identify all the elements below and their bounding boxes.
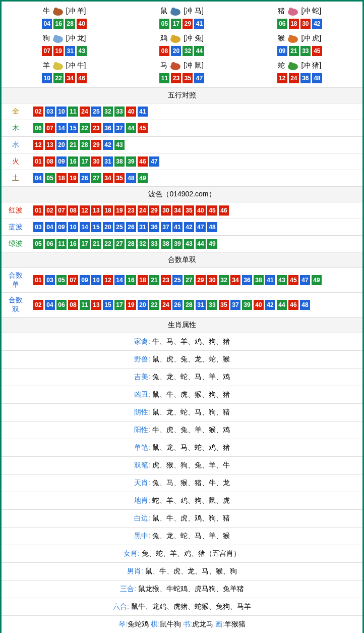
number-badge: 45 bbox=[288, 275, 298, 285]
number-badge: 08 bbox=[159, 46, 169, 56]
number-badge: 16 bbox=[53, 19, 64, 29]
number-badge: 44 bbox=[196, 239, 206, 249]
number-badge: 35 bbox=[184, 205, 194, 216]
number-badge: 25 bbox=[91, 107, 101, 117]
number-badge: 04 bbox=[33, 173, 43, 183]
footer-value: 虎龙马 bbox=[192, 620, 215, 628]
row-numbers: 1213202128294243 bbox=[29, 137, 362, 153]
number-badge: 07 bbox=[68, 275, 78, 285]
number-badge: 35 bbox=[219, 300, 229, 310]
attr-label: 黑中: bbox=[134, 532, 150, 540]
footer-row: 琴:兔蛇鸡 棋:鼠牛狗 书:虎龙马 画:羊猴猪 bbox=[2, 615, 362, 633]
number-badge: 06 bbox=[45, 239, 55, 249]
footer-value: 羊猴猪 bbox=[224, 620, 246, 628]
number-badge: 40 bbox=[126, 107, 136, 117]
attr-value: 鼠、牛、虎、鸡、狗、猪 bbox=[150, 514, 230, 522]
svg-point-17 bbox=[289, 62, 293, 66]
number-badge: 21 bbox=[149, 275, 159, 285]
number-badge: 37 bbox=[114, 123, 125, 133]
number-badge: 03 bbox=[45, 107, 55, 117]
attr-value: 鼠、龙、马、蛇、鸡、猪 bbox=[150, 443, 230, 451]
attr-label: 家禽: bbox=[134, 337, 150, 345]
svg-point-9 bbox=[171, 35, 175, 39]
attr-row: 六合: 鼠牛、龙鸡、虎猪、蛇猴、兔狗、马羊 bbox=[2, 598, 362, 615]
number-badge: 42 bbox=[103, 140, 113, 150]
number-badge: 47 bbox=[196, 222, 206, 232]
attr-row: 女肖: 兔、蛇、羊、鸡、猪（五宫肖） bbox=[2, 545, 362, 562]
number-badge: 49 bbox=[207, 239, 217, 249]
attr-label: 凶丑: bbox=[134, 390, 150, 398]
row-numbers: 0103050709101214161821232527293032343638… bbox=[29, 268, 362, 293]
footer-value: 兔蛇鸡 bbox=[128, 620, 151, 628]
footer-label: 琴: bbox=[118, 620, 128, 628]
zodiac-numbers: 10223446 bbox=[8, 73, 121, 83]
number-badge: 09 bbox=[56, 222, 67, 232]
number-badge: 43 bbox=[277, 275, 287, 285]
number-badge: 31 bbox=[103, 156, 113, 167]
zodiac-cell: 蛇[冲 猪]12243648 bbox=[241, 58, 358, 85]
attr-row: 凶丑: 鼠、牛、虎、猴、狗、猪 bbox=[2, 386, 362, 403]
number-badge: 29 bbox=[183, 19, 193, 29]
number-badge: 43 bbox=[184, 239, 194, 249]
row-label: 土 bbox=[2, 170, 29, 187]
attr-row: 阴性: 鼠、龙、蛇、马、狗、猪 bbox=[2, 403, 362, 421]
number-badge: 22 bbox=[53, 73, 64, 83]
number-badge: 26 bbox=[172, 300, 183, 310]
number-badge: 18 bbox=[289, 19, 299, 29]
zodiac-numbers: 09213345 bbox=[243, 46, 356, 56]
number-badge: 23 bbox=[161, 275, 171, 285]
number-badge: 02 bbox=[33, 300, 43, 310]
number-badge: 04 bbox=[45, 222, 55, 232]
attr-value: 鼠、虎、兔、龙、蛇、猴 bbox=[150, 355, 230, 363]
zodiac-name: 鼠 bbox=[160, 7, 167, 16]
number-badge: 45 bbox=[312, 46, 322, 56]
zodiac-cell: 鸡[冲 兔]08203244 bbox=[123, 31, 240, 58]
zodiac-conflict: [冲 虎] bbox=[301, 34, 321, 43]
attr-row: 家禽: 牛、马、羊、鸡、狗、猪 bbox=[2, 333, 362, 350]
number-badge: 09 bbox=[56, 156, 67, 167]
number-badge: 01 bbox=[33, 205, 43, 216]
zodiac-conflict: [冲 羊] bbox=[66, 7, 86, 16]
zodiac-name: 马 bbox=[160, 61, 167, 70]
table-row: 合数双0204060811131517192022242628313335373… bbox=[2, 293, 362, 318]
number-badge: 22 bbox=[149, 300, 159, 310]
number-badge: 01 bbox=[33, 275, 43, 285]
attr-value: 鼠牛、龙鸡、虎猪、蛇猴、兔狗、马羊 bbox=[129, 602, 251, 610]
number-badge: 40 bbox=[196, 205, 206, 216]
row-label: 金 bbox=[2, 103, 29, 120]
svg-point-5 bbox=[289, 8, 293, 12]
zodiac-conflict: [冲 龙] bbox=[66, 34, 86, 43]
number-badge: 12 bbox=[80, 205, 90, 216]
heshu-header: 合数单双 bbox=[2, 252, 362, 268]
attr-label: 六合: bbox=[113, 602, 129, 610]
number-badge: 44 bbox=[277, 300, 287, 310]
number-badge: 40 bbox=[254, 300, 264, 310]
number-badge: 11 bbox=[68, 107, 78, 117]
number-badge: 07 bbox=[56, 205, 67, 216]
number-badge: 27 bbox=[114, 239, 125, 249]
number-badge: 46 bbox=[219, 205, 229, 216]
number-badge: 45 bbox=[138, 123, 148, 133]
table-row: 金02031011242532334041 bbox=[2, 103, 362, 120]
number-badge: 33 bbox=[207, 300, 217, 310]
number-badge: 32 bbox=[219, 275, 229, 285]
zodiac-name: 鸡 bbox=[160, 34, 167, 43]
attr-row: 阳性: 牛、虎、兔、羊、猴、鸡 bbox=[2, 421, 362, 439]
attr-value: 鼠、牛、虎、猴、狗、猪 bbox=[150, 390, 230, 398]
number-badge: 18 bbox=[103, 205, 113, 216]
number-badge: 20 bbox=[138, 300, 148, 310]
number-badge: 28 bbox=[65, 19, 75, 29]
number-badge: 38 bbox=[254, 275, 264, 285]
number-badge: 19 bbox=[53, 46, 64, 56]
number-badge: 16 bbox=[68, 239, 78, 249]
number-badge: 09 bbox=[277, 46, 287, 56]
number-badge: 48 bbox=[312, 73, 322, 83]
table-row: 水1213202128294243 bbox=[2, 137, 362, 153]
number-badge: 08 bbox=[68, 205, 78, 216]
number-badge: 03 bbox=[45, 275, 55, 285]
number-badge: 20 bbox=[56, 140, 67, 150]
attr-label: 白边: bbox=[134, 514, 150, 522]
number-badge: 45 bbox=[207, 205, 217, 216]
zodiac-cell: 鼠[冲 马]05172941 bbox=[123, 4, 240, 31]
number-badge: 16 bbox=[68, 156, 78, 167]
